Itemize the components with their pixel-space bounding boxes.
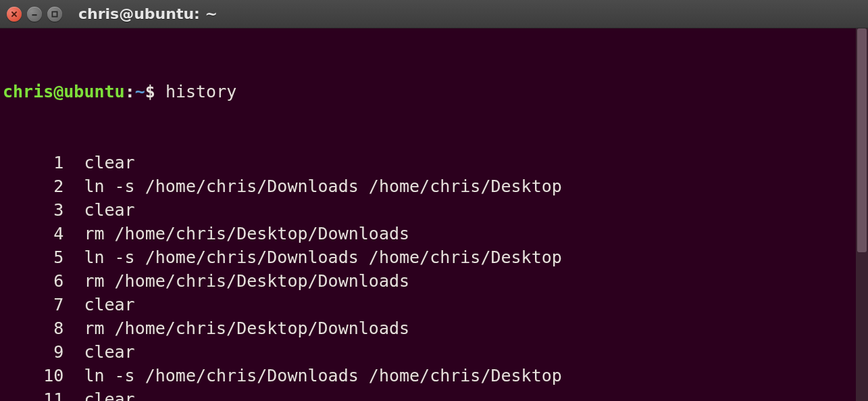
prompt-sigil: $ <box>145 80 155 103</box>
history-output: 1clear2ln -s /home/chris/Downloads /home… <box>3 151 865 401</box>
history-number: 9 <box>3 340 63 364</box>
history-number: 7 <box>3 293 63 316</box>
svg-rect-3 <box>52 11 57 16</box>
history-command: rm /home/chris/Desktop/Downloads <box>84 222 409 245</box>
history-command: rm /home/chris/Desktop/Downloads <box>84 316 409 340</box>
history-row: 6rm /home/chris/Desktop/Downloads <box>3 269 865 293</box>
history-number: 4 <box>3 222 63 245</box>
history-row: 2ln -s /home/chris/Downloads /home/chris… <box>3 174 865 198</box>
history-command: ln -s /home/chris/Downloads /home/chris/… <box>84 364 561 387</box>
history-row: 11clear <box>3 387 865 401</box>
history-row: 10ln -s /home/chris/Downloads /home/chri… <box>3 364 865 387</box>
history-row: 8rm /home/chris/Desktop/Downloads <box>3 316 865 340</box>
history-row: 7clear <box>3 293 865 316</box>
minimize-button[interactable] <box>27 7 42 22</box>
history-row: 4rm /home/chris/Desktop/Downloads <box>3 222 865 245</box>
maximize-button[interactable] <box>47 7 62 22</box>
prompt-separator: : <box>125 80 135 103</box>
window-controls <box>7 7 62 22</box>
prompt-cwd: ~ <box>135 80 145 103</box>
history-command: clear <box>84 340 134 364</box>
history-row: 5ln -s /home/chris/Downloads /home/chris… <box>3 245 865 269</box>
history-row: 1clear <box>3 151 865 174</box>
maximize-icon <box>51 10 59 18</box>
history-number: 10 <box>3 364 63 387</box>
history-number: 1 <box>3 151 63 174</box>
history-command: clear <box>84 198 134 222</box>
vertical-scrollbar[interactable] <box>856 28 868 401</box>
history-number: 6 <box>3 269 63 293</box>
minimize-icon <box>30 10 39 18</box>
history-command: ln -s /home/chris/Downloads /home/chris/… <box>84 245 561 269</box>
close-button[interactable] <box>7 7 22 22</box>
history-number: 2 <box>3 174 63 198</box>
window-title: chris@ubuntu: ~ <box>78 5 218 22</box>
entered-command-text: history <box>165 80 236 103</box>
history-command: clear <box>84 387 134 401</box>
history-number: 3 <box>3 198 63 222</box>
prompt-user-host: chris@ubuntu <box>3 80 125 103</box>
history-row: 9clear <box>3 340 865 364</box>
history-command: rm /home/chris/Desktop/Downloads <box>84 269 409 293</box>
titlebar: chris@ubuntu: ~ <box>0 0 868 28</box>
history-number: 11 <box>3 387 63 401</box>
history-command: clear <box>84 293 134 316</box>
history-number: 5 <box>3 245 63 269</box>
close-icon <box>10 10 18 18</box>
scrollbar-thumb[interactable] <box>857 28 867 252</box>
history-number: 8 <box>3 316 63 340</box>
history-command: clear <box>84 151 134 174</box>
history-command: ln -s /home/chris/Downloads /home/chris/… <box>84 174 561 198</box>
prompt-line: chris@ubuntu:~$ history <box>3 80 865 103</box>
terminal-viewport[interactable]: chris@ubuntu:~$ history 1clear2ln -s /ho… <box>0 28 868 401</box>
terminal-window: chris@ubuntu: ~ chris@ubuntu:~$ history … <box>0 0 868 401</box>
history-row: 3clear <box>3 198 865 222</box>
entered-command <box>155 80 165 103</box>
